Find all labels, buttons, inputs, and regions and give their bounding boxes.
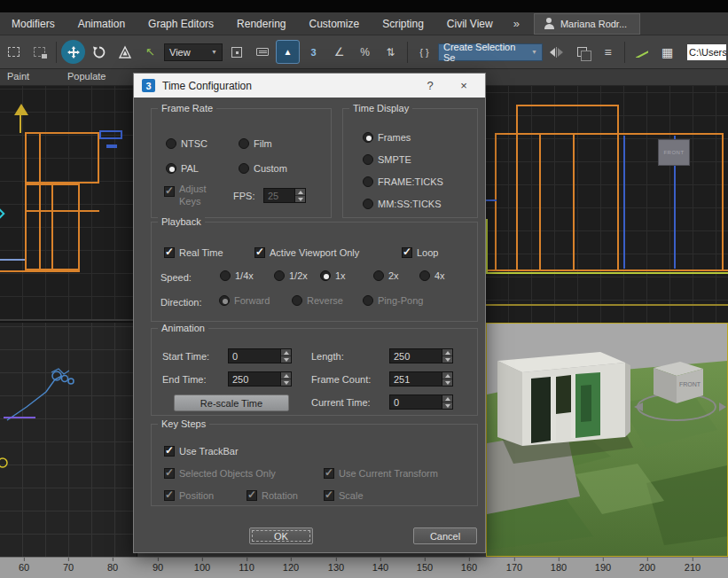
radio-speed-half[interactable]: 1/2x bbox=[274, 270, 308, 281]
menu-item-rendering[interactable]: Rendering bbox=[225, 12, 297, 35]
frame-count-spinner[interactable]: 251 bbox=[389, 371, 453, 387]
angle-snap-button[interactable]: ∠ bbox=[327, 40, 351, 64]
window-titlebar-strip bbox=[0, 0, 728, 12]
wireframe-segment bbox=[722, 133, 724, 271]
radio-speed-4x[interactable]: 4x bbox=[419, 270, 445, 281]
radio-ntsc[interactable]: NTSC bbox=[166, 138, 207, 149]
ruler-tick: 180 bbox=[551, 562, 567, 573]
user-account-button[interactable]: Mariana Rodr... bbox=[534, 13, 640, 35]
radio-forward[interactable]: Forward bbox=[219, 295, 270, 306]
viewport-perspective-active[interactable]: FRONT bbox=[486, 323, 728, 557]
percent-snap-button[interactable]: % bbox=[353, 40, 377, 64]
select-and-rotate-button[interactable] bbox=[87, 40, 111, 64]
spinner-down-button[interactable] bbox=[295, 195, 305, 202]
rectangular-selection-icon[interactable] bbox=[2, 40, 26, 64]
keyboard-override-button[interactable] bbox=[250, 40, 274, 64]
spline-segment bbox=[486, 219, 488, 272]
select-and-manipulate-button[interactable]: ▲ bbox=[276, 40, 300, 64]
radio-speed-1x[interactable]: 1x bbox=[320, 270, 346, 281]
viewport-top-right[interactable]: FRONT bbox=[486, 86, 728, 323]
spinner-down-button[interactable] bbox=[442, 355, 452, 363]
spinner-up-button[interactable] bbox=[442, 395, 452, 402]
checkbox-adjust-keys[interactable]: Adjust Keys bbox=[164, 184, 216, 208]
rescale-time-button[interactable]: Re-scale Time bbox=[174, 394, 289, 411]
window-crossing-icon[interactable] bbox=[27, 40, 51, 64]
start-time-spinner[interactable]: 0 bbox=[228, 348, 292, 363]
viewport-bottom-left[interactable] bbox=[0, 321, 137, 557]
align-button[interactable] bbox=[570, 40, 594, 64]
spinner-up-button[interactable] bbox=[295, 189, 305, 195]
radio-label: NTSC bbox=[181, 138, 207, 149]
close-icon[interactable]: × bbox=[450, 79, 477, 92]
spinner-up-button[interactable] bbox=[281, 372, 291, 379]
checkbox-position[interactable]: Position bbox=[164, 490, 214, 501]
checkbox-rotation[interactable]: Rotation bbox=[247, 490, 298, 501]
named-selection-set-combo[interactable]: Create Selection Se ▼ bbox=[438, 43, 543, 61]
radio-smpte[interactable]: SMPTE bbox=[363, 154, 411, 165]
viewport-top-left[interactable] bbox=[0, 86, 137, 319]
radio-circle bbox=[363, 132, 373, 143]
radio-frame-ticks[interactable]: FRAME:TICKS bbox=[363, 176, 443, 187]
help-button[interactable]: ? bbox=[417, 79, 443, 92]
checkbox-loop[interactable]: Loop bbox=[402, 247, 438, 258]
ruler-tick: 120 bbox=[283, 562, 299, 573]
ribbon-tab-populate[interactable]: Populate bbox=[67, 71, 106, 82]
curve-editor-button[interactable] bbox=[630, 40, 654, 64]
perspective-render: FRONT bbox=[487, 324, 727, 556]
select-and-move-button[interactable] bbox=[61, 40, 85, 64]
checkbox-scale[interactable]: Scale bbox=[324, 490, 364, 501]
spinner-up-button[interactable] bbox=[281, 349, 291, 355]
edit-named-selection-sets-button[interactable]: { } bbox=[412, 40, 436, 64]
spinner-down-button[interactable] bbox=[281, 355, 291, 363]
radio-mm-ss-ticks[interactable]: MM:SS:TICKS bbox=[363, 199, 442, 209]
reference-coordsys-dropdown[interactable]: View ▼ bbox=[164, 43, 223, 61]
ribbon-tab-paint[interactable]: Paint bbox=[7, 71, 29, 82]
menu-overflow-chevron-icon[interactable]: » bbox=[505, 17, 528, 30]
spinner-up-button[interactable] bbox=[442, 349, 452, 355]
menu-item-modifiers[interactable]: Modifiers bbox=[0, 12, 67, 35]
mirror-button[interactable] bbox=[544, 40, 568, 64]
checkbox-selected-objects-only[interactable]: Selected Objects Only bbox=[164, 468, 276, 479]
spinner-up-button[interactable] bbox=[442, 372, 452, 379]
checkbox-use-trackbar[interactable]: Use TrackBar bbox=[164, 446, 239, 457]
radio-film[interactable]: Film bbox=[239, 138, 272, 149]
menu-item-customize[interactable]: Customize bbox=[297, 12, 371, 35]
fps-spinner[interactable]: 25 bbox=[263, 188, 306, 203]
radio-circle bbox=[373, 270, 384, 281]
menu-item-graph-editors[interactable]: Graph Editors bbox=[137, 12, 225, 35]
end-time-spinner[interactable]: 250 bbox=[228, 371, 292, 387]
snaps-toggle-3d-button[interactable]: 3 bbox=[301, 40, 325, 64]
radio-ping-pong[interactable]: Ping-Pong bbox=[363, 295, 423, 306]
ok-button[interactable]: OK bbox=[249, 527, 313, 544]
menu-item-scripting[interactable]: Scripting bbox=[371, 12, 435, 35]
speed-label: Speed: bbox=[160, 272, 192, 283]
checkbox-real-time[interactable]: Real Time bbox=[164, 247, 223, 258]
cancel-button[interactable]: Cancel bbox=[413, 527, 477, 544]
radio-speed-quarter[interactable]: 1/4x bbox=[220, 270, 254, 281]
menu-item-animation[interactable]: Animation bbox=[67, 12, 137, 35]
spinner-down-button[interactable] bbox=[281, 379, 291, 386]
length-spinner[interactable]: 250 bbox=[389, 348, 453, 363]
timeline-ruler[interactable]: 60 70 80 90 100 110 120 130 140 150 160 … bbox=[0, 557, 728, 578]
layer-manager-button[interactable]: ≡ bbox=[596, 40, 620, 64]
checkbox-label: Rotation bbox=[262, 490, 298, 501]
checkbox-use-current-transform[interactable]: Use Current Transform bbox=[324, 468, 438, 479]
spinner-down-button[interactable] bbox=[442, 379, 452, 386]
spinner-down-button[interactable] bbox=[442, 402, 452, 409]
menu-item-civil-view[interactable]: Civil View bbox=[435, 12, 505, 35]
scene-explorer-button[interactable]: ▦ bbox=[655, 40, 679, 64]
radio-custom[interactable]: Custom bbox=[239, 163, 287, 174]
select-and-place-button[interactable]: ↖ bbox=[138, 40, 162, 64]
dialog-titlebar[interactable]: 3 Time Configuration ? × bbox=[134, 74, 485, 98]
checkbox-active-viewport-only[interactable]: Active Viewport Only bbox=[254, 247, 359, 258]
use-pivot-center-button[interactable] bbox=[224, 40, 248, 64]
viewcube[interactable]: FRONT bbox=[658, 139, 690, 166]
select-and-scale-button[interactable] bbox=[113, 40, 137, 64]
spinner-snap-button[interactable]: ⇅ bbox=[379, 40, 403, 64]
project-path-field[interactable]: C:\Users bbox=[687, 44, 726, 60]
radio-pal[interactable]: PAL bbox=[166, 163, 199, 174]
current-time-spinner[interactable]: 0 bbox=[389, 394, 453, 410]
radio-speed-2x[interactable]: 2x bbox=[373, 270, 399, 281]
radio-reverse[interactable]: Reverse bbox=[292, 295, 343, 306]
radio-frames[interactable]: Frames bbox=[363, 132, 411, 143]
